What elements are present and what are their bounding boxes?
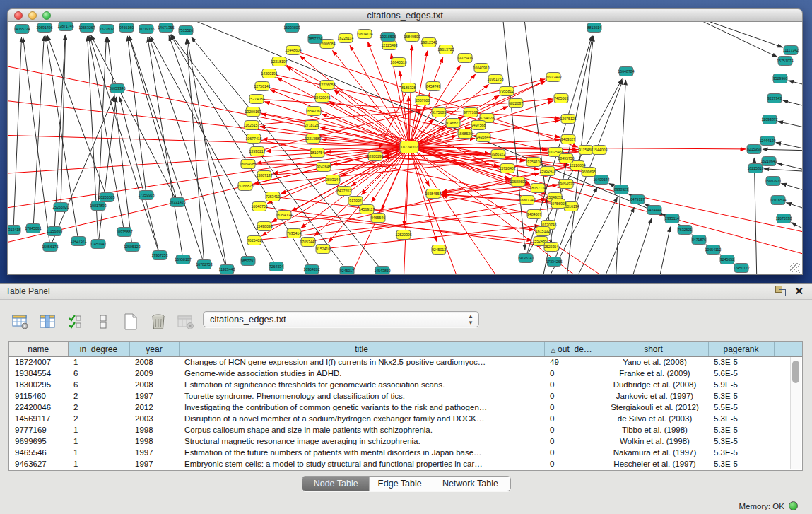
graph-node[interactable]: 16354134 [276, 211, 292, 220]
table-cell[interactable]: Yano et al. (2008) [599, 356, 708, 368]
graph-node[interactable]: 19812540 [420, 38, 437, 47]
graph-node[interactable]: 9146821 [446, 119, 460, 128]
graph-node[interactable]: 16958107 [175, 255, 191, 264]
table-cell[interactable]: Estimation of the future numbers of pati… [179, 447, 544, 458]
graph-edge[interactable] [783, 100, 803, 108]
graph-node[interactable]: 12505123 [124, 243, 140, 252]
graph-node[interactable]: 13325419 [457, 54, 473, 63]
table-cell[interactable]: Nakamura et al. (1997) [599, 447, 708, 458]
graph-edge[interactable] [404, 147, 409, 275]
column-header-short[interactable]: short [599, 342, 708, 356]
graph-edge[interactable] [763, 149, 803, 151]
graph-node[interactable]: 19136141 [517, 254, 534, 263]
graph-node[interactable]: 11675338 [776, 214, 792, 223]
graph-edge[interactable] [187, 39, 204, 264]
graph-node[interactable]: 13930217 [249, 147, 265, 156]
graph-edge[interactable] [409, 147, 539, 170]
graph-node[interactable]: 14055724 [13, 25, 30, 34]
graph-node[interactable]: 12975125 [560, 115, 576, 124]
graph-node[interactable]: 2435644 [476, 133, 490, 142]
graph-node[interactable]: 18807249 [519, 196, 535, 205]
table-cell[interactable]: 49 [544, 356, 599, 368]
table-cell[interactable]: 1 [68, 424, 129, 436]
graph-edge[interactable] [781, 183, 803, 193]
table-cell[interactable]: Tibbo et al. (1998) [599, 424, 708, 436]
table-cell[interactable]: 9777169 [9, 424, 68, 436]
network-graph[interactable]: 1872400718300295193845549777169679402894… [8, 22, 803, 275]
table-cell[interactable]: Changes of HCN gene expression and I(f) … [179, 356, 544, 368]
close-panel-icon[interactable]: ✕ [794, 286, 804, 296]
graph-node[interactable]: 10688609 [510, 177, 526, 187]
table-row[interactable]: 1830029562008Estimation of significance … [9, 379, 803, 390]
table-cell[interactable]: 1997 [129, 390, 179, 402]
graph-node[interactable]: 7264334 [269, 262, 283, 271]
graph-node[interactable]: 1810754 [310, 148, 324, 158]
table-cell[interactable]: 0 [544, 458, 599, 469]
graph-node[interactable]: 16046756 [251, 202, 267, 211]
graph-node[interactable]: 9245652 [720, 255, 734, 264]
graph-edge[interactable] [658, 227, 671, 275]
graph-node[interactable]: 16782753 [196, 260, 212, 269]
table-cell[interactable]: 18300295 [9, 379, 68, 390]
window-resize-grip[interactable] [790, 263, 800, 273]
table-cell[interactable]: 2 [68, 402, 129, 413]
graph-node[interactable]: 9474444 [647, 206, 661, 215]
graph-node[interactable]: 11117342 [783, 46, 799, 55]
graph-node[interactable]: 12125493 [381, 41, 397, 50]
graph-edge[interactable] [13, 37, 21, 230]
graph-node[interactable]: 9857791 [241, 257, 255, 266]
graph-node[interactable]: 8471876 [692, 235, 706, 245]
graph-node[interactable]: 12520395 [395, 230, 411, 240]
graph-node[interactable]: 22420046 [314, 93, 330, 103]
graph-node[interactable]: 16961758 [487, 75, 503, 84]
table-cell[interactable]: 2008 [129, 379, 179, 390]
graph-edge[interactable] [686, 22, 777, 57]
create-table-button[interactable] [122, 313, 140, 331]
graph-node[interactable]: 13871746 [57, 22, 73, 31]
table-cell[interactable]: Estimation of significance thresholds fo… [179, 379, 544, 390]
table-cell[interactable]: 1 [68, 436, 129, 447]
table-cell[interactable]: 1997 [129, 458, 179, 469]
table-row[interactable]: 1938455462009Genome-wide association stu… [9, 368, 803, 379]
graph-node[interactable]: 13200167 [245, 107, 261, 117]
graph-node[interactable]: 16033809 [283, 23, 300, 33]
table-cell[interactable]: 6 [68, 379, 129, 390]
table-cell[interactable]: Genome-wide association studies in ADHD. [179, 368, 544, 379]
graph-node[interactable]: 2522354 [544, 243, 558, 252]
table-cell[interactable]: 18724007 [9, 356, 68, 368]
column-header-year[interactable]: year [129, 342, 179, 356]
table-cell[interactable]: 0 [544, 413, 599, 424]
graph-node[interactable]: 19817893 [90, 201, 106, 211]
graph-edge[interactable] [502, 22, 525, 250]
graph-edge[interactable] [129, 36, 177, 202]
float-panel-icon[interactable] [775, 286, 786, 296]
graph-node[interactable]: 7485063 [554, 94, 568, 103]
graph-node[interactable]: 9242848 [317, 163, 331, 172]
table-cell[interactable]: 2012 [129, 402, 179, 413]
graph-node[interactable]: 17359928 [138, 191, 154, 200]
graph-node[interactable]: 20691406 [36, 23, 52, 33]
table-cell[interactable]: 5.3E-5 [708, 424, 774, 436]
table-cell[interactable]: 5.3E-5 [708, 436, 774, 447]
graph-edge[interactable] [789, 81, 803, 87]
table-cell[interactable]: Jankovic et al. (1997) [599, 390, 708, 402]
table-cell[interactable]: 0 [544, 447, 599, 458]
graph-edge[interactable] [23, 37, 50, 247]
graph-node[interactable]: 20973493 [545, 73, 561, 82]
graph-node[interactable]: 16226114 [338, 34, 354, 43]
graph-node[interactable]: 9313418 [8, 226, 20, 235]
graph-node[interactable]: 16210643 [760, 157, 777, 166]
table-cell[interactable]: 2 [68, 390, 129, 402]
graph-edge[interactable] [754, 158, 757, 275]
graph-node[interactable]: 16654985 [240, 160, 256, 169]
graph-node[interactable]: 9777169 [464, 108, 478, 117]
graph-edge[interactable] [792, 223, 803, 234]
table-cell[interactable]: 1997 [129, 447, 179, 458]
table-scrollbar[interactable] [790, 357, 801, 469]
graph-node[interactable]: 18724007 [400, 141, 418, 153]
graph-node[interactable]: 17845061 [25, 224, 41, 233]
graph-node[interactable]: 14671355 [158, 23, 174, 33]
graph-node[interactable]: 2867608 [416, 96, 430, 105]
graph-node[interactable]: 9463627 [561, 135, 575, 144]
graph-node[interactable]: 9227343 [767, 94, 782, 103]
